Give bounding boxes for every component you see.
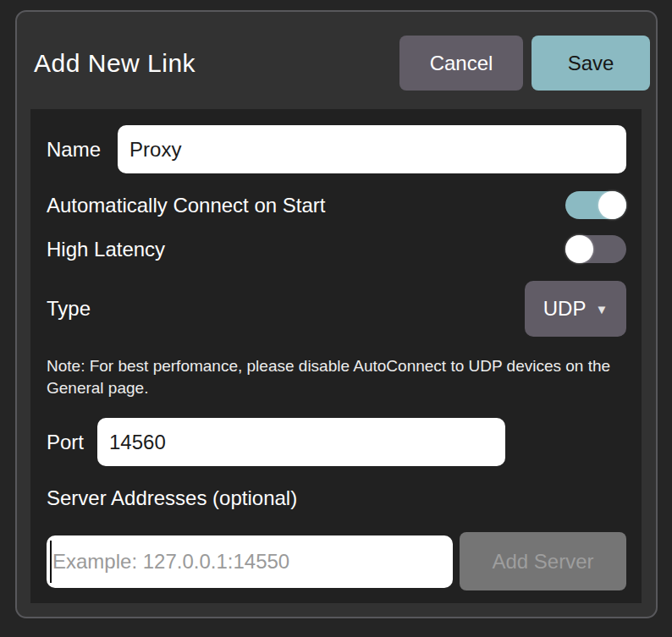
server-addresses-label: Server Addresses (optional) (47, 486, 297, 510)
save-button[interactable]: Save (532, 36, 650, 91)
type-row: Type UDP ▼ (47, 281, 626, 337)
dialog-header: Add New Link Cancel Save (34, 36, 650, 91)
udp-performance-note: Note: For best perfomance, please disabl… (47, 355, 615, 399)
link-settings-panel: Name Automatically Connect on Start High… (30, 109, 642, 603)
high-latency-label: High Latency (47, 238, 165, 261)
server-address-input[interactable] (47, 535, 453, 588)
type-dropdown[interactable]: UDP ▼ (525, 281, 626, 337)
port-field-row: Port (47, 418, 626, 466)
name-label: Name (47, 138, 101, 162)
type-dropdown-value: UDP (543, 297, 587, 321)
cancel-button[interactable]: Cancel (399, 36, 523, 91)
text-cursor (50, 541, 52, 583)
name-input[interactable] (118, 125, 626, 173)
port-input[interactable] (97, 418, 505, 466)
add-server-row: Add Server (47, 532, 626, 590)
server-addresses-row: Server Addresses (optional) (47, 484, 626, 513)
name-field-row: Name (47, 125, 626, 173)
high-latency-row: High Latency (47, 235, 626, 263)
type-label: Type (47, 297, 91, 321)
auto-connect-label: Automatically Connect on Start (47, 194, 326, 217)
toggle-knob (565, 235, 593, 263)
server-address-input-wrap (47, 535, 453, 588)
high-latency-toggle[interactable] (565, 235, 626, 263)
dialog-title: Add New Link (34, 49, 399, 78)
port-label: Port (47, 431, 84, 454)
auto-connect-row: Automatically Connect on Start (47, 191, 626, 219)
add-new-link-dialog: Add New Link Cancel Save Name Automatica… (15, 10, 658, 618)
auto-connect-toggle[interactable] (565, 191, 626, 219)
toggle-knob (598, 191, 626, 219)
add-server-button[interactable]: Add Server (460, 532, 626, 590)
chevron-down-icon: ▼ (595, 303, 608, 316)
